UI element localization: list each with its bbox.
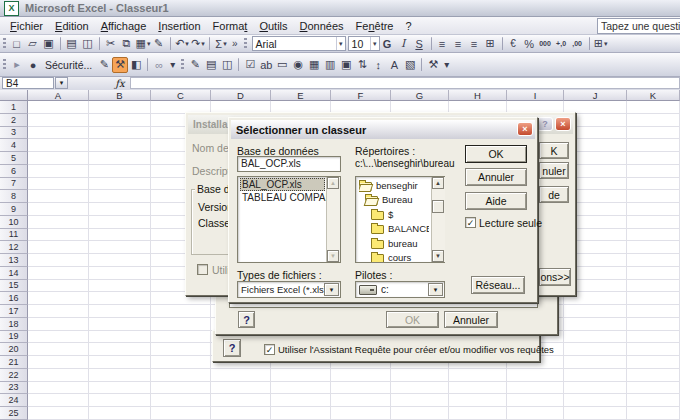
print-preview-icon[interactable]: ◫ <box>80 36 96 52</box>
control-toolbox-icon[interactable]: ⚒ <box>112 57 128 73</box>
toolbar-options-icon[interactable]: ▾ <box>167 59 178 70</box>
ok-button[interactable]: OK <box>386 311 439 328</box>
menu-edition[interactable]: Edition <box>49 19 95 33</box>
list-box-icon[interactable]: ▥ <box>322 57 338 73</box>
font-name-select[interactable]: Arial ▾ <box>252 36 346 51</box>
row-header[interactable]: 4 <box>0 139 28 152</box>
row-header[interactable]: 3 <box>0 127 28 140</box>
visual-basic-editor-icon[interactable]: ◧ <box>128 57 144 73</box>
options-button[interactable]: ons>> <box>539 268 571 286</box>
borders-icon[interactable]: ⊞▾ <box>593 36 609 52</box>
thousands-icon[interactable]: 000 <box>538 36 554 52</box>
menu-fenetre[interactable]: Fenêtre <box>350 19 400 33</box>
row-header[interactable]: 6 <box>0 165 28 178</box>
help-button[interactable]: ? <box>223 339 241 357</box>
copy-icon[interactable]: ⧉ <box>119 36 135 52</box>
row-header[interactable]: 16 <box>0 292 28 305</box>
merge-center-icon[interactable]: ⊞ <box>483 36 499 52</box>
question-input[interactable] <box>597 18 680 34</box>
chevron-down-icon[interactable]: ▾ <box>324 283 339 296</box>
row-header[interactable]: 18 <box>0 318 28 331</box>
row-header[interactable]: 13 <box>0 254 28 267</box>
percent-icon[interactable]: % <box>522 36 538 52</box>
row-header[interactable]: 1 <box>0 101 28 114</box>
row-header[interactable]: 19 <box>0 331 28 344</box>
cut-icon[interactable]: ✂ <box>103 36 119 52</box>
row-header[interactable]: 9 <box>0 203 28 216</box>
underline-icon[interactable]: S <box>412 36 428 52</box>
separator[interactable] <box>99 37 100 50</box>
name-box-dropdown-icon[interactable]: ▾ <box>55 77 68 89</box>
image-icon[interactable]: ▧ <box>402 57 418 73</box>
column-header[interactable]: I <box>507 90 564 101</box>
row-header[interactable]: 24 <box>0 394 28 407</box>
chevron-down-icon[interactable]: ▾ <box>336 37 345 50</box>
column-header[interactable]: B <box>89 90 151 101</box>
row-header[interactable]: 12 <box>0 241 28 254</box>
directory-item[interactable]: $ <box>359 207 429 222</box>
combo-box-icon[interactable]: ▦ <box>306 57 322 73</box>
separator[interactable] <box>147 58 148 71</box>
menu-insertion[interactable]: Insertion <box>152 19 206 33</box>
align-center-icon[interactable]: ≡ <box>451 36 467 52</box>
dialog-title-bar[interactable]: Sélectionner un classeur <box>231 120 535 139</box>
directory-list-scrollbar[interactable]: ▲ ▼ <box>431 177 445 262</box>
row-header[interactable]: 25 <box>0 407 28 420</box>
column-header[interactable]: D <box>211 90 271 101</box>
cancel-button[interactable]: Annuler <box>444 311 498 328</box>
close-icon[interactable]: × <box>517 122 533 136</box>
directory-item[interactable]: benseghir <box>359 178 429 193</box>
separator[interactable] <box>431 37 432 50</box>
column-header[interactable]: C <box>151 90 211 101</box>
directory-item[interactable]: bureau <box>359 236 429 251</box>
cancel-button[interactable]: nuler <box>539 162 569 179</box>
row-header[interactable]: 2 <box>0 114 28 127</box>
scroll-down-icon[interactable]: ▼ <box>327 250 339 262</box>
bold-icon[interactable]: G <box>380 36 396 52</box>
new-icon[interactable]: □ <box>9 36 25 52</box>
drives-select[interactable]: c: ▾ <box>355 281 445 298</box>
query-wizard-checkbox[interactable]: ✓ <box>264 344 275 355</box>
help-button[interactable]: de <box>539 186 569 203</box>
file-list-scrollbar[interactable]: ▲ ▼ <box>326 177 340 262</box>
decrease-decimal-icon[interactable]: ,00 <box>570 36 586 52</box>
scroll-up-icon[interactable]: ▲ <box>432 177 444 189</box>
more-controls-icon[interactable]: ⚒ <box>425 57 441 73</box>
toolbar-grip[interactable] <box>3 38 6 50</box>
ok-button[interactable]: OK <box>465 145 527 163</box>
help-button[interactable]: ? <box>238 311 255 328</box>
menu-fichier[interactable]: Fichier <box>4 19 49 33</box>
close-icon[interactable]: × <box>555 117 571 131</box>
network-button[interactable]: Réseau... <box>471 276 525 294</box>
italic-icon[interactable]: I <box>396 36 412 52</box>
directory-item[interactable]: cours <box>359 251 429 264</box>
undo-icon[interactable]: ↶▾ <box>174 36 190 52</box>
database-name-input[interactable]: BAL_OCP.xls <box>237 156 341 172</box>
directory-item[interactable]: BALANCE OCP <box>359 222 429 237</box>
row-header[interactable]: 7 <box>0 178 28 191</box>
row-header[interactable]: 17 <box>0 305 28 318</box>
align-right-icon[interactable]: ≡ <box>467 36 483 52</box>
properties-icon[interactable]: ▤ <box>203 57 219 73</box>
print-icon[interactable]: ▤ <box>64 36 80 52</box>
option-button-icon[interactable]: ◉ <box>290 57 306 73</box>
menu-outils[interactable]: Outils <box>253 19 293 33</box>
scroll-bar-icon[interactable]: ↕ <box>370 57 386 73</box>
check-box-icon[interactable]: ☑ <box>242 57 258 73</box>
font-size-select[interactable]: 10 ▾ <box>348 36 380 51</box>
toolbar-options-icon[interactable]: » <box>229 38 241 49</box>
row-header[interactable]: 15 <box>0 280 28 293</box>
save-icon[interactable]: ▣ <box>41 36 57 52</box>
record-macro-icon[interactable]: ● <box>25 57 41 73</box>
name-box[interactable]: B4 <box>2 77 54 89</box>
menu-donnees[interactable]: Données <box>294 19 350 33</box>
menu-format[interactable]: Format <box>207 19 254 33</box>
toolbar-grip[interactable] <box>244 38 247 50</box>
ok-button[interactable]: K <box>539 142 569 159</box>
scrollbar-thumb[interactable] <box>432 200 444 213</box>
column-header[interactable]: J <box>564 90 627 101</box>
separator[interactable] <box>60 37 61 50</box>
command-button-icon[interactable]: ▭ <box>274 57 290 73</box>
separator[interactable] <box>589 37 590 50</box>
separator[interactable] <box>209 37 210 50</box>
